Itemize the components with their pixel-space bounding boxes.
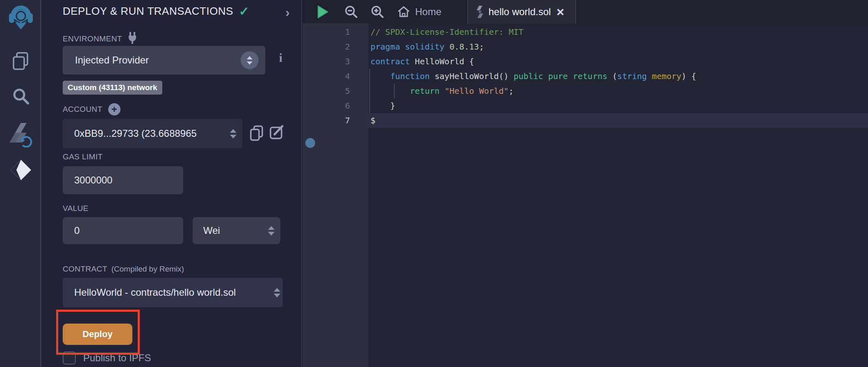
close-icon[interactable]: ×: [557, 6, 564, 18]
chevron-updown-icon: [241, 51, 259, 69]
line-number: 1: [303, 25, 350, 39]
run-script-button[interactable]: [317, 0, 329, 23]
code-line[interactable]: contract HelloWorld {: [370, 54, 868, 69]
zoom-in-button[interactable]: [371, 0, 384, 23]
contract-value: HelloWorld - contracts/hello world.sol: [74, 287, 236, 298]
zoom-in-icon: [371, 5, 384, 18]
code-line[interactable]: // SPDX-License-Identifier: MIT: [370, 25, 868, 39]
code-line[interactable]: return "Hello World";: [370, 84, 868, 98]
value-label: VALUE: [63, 204, 89, 213]
tab-label: hello world.sol: [489, 6, 551, 18]
line-number: 4: [303, 69, 350, 84]
remix-logo[interactable]: [0, 3, 41, 33]
info-icon[interactable]: i: [273, 51, 289, 65]
account-label: ACCOUNT: [63, 105, 102, 114]
home-icon: [397, 6, 410, 18]
play-icon: [317, 5, 329, 19]
line-number: 2: [303, 39, 350, 54]
line-number: 3: [303, 54, 350, 69]
deploy-run-icon[interactable]: [0, 159, 41, 181]
line-number: 6: [303, 98, 350, 113]
code-line[interactable]: $: [370, 113, 868, 128]
publish-ipfs-checkbox[interactable]: [63, 351, 76, 365]
line-number: 5: [303, 84, 350, 98]
code-line[interactable]: pragma solidity 0.8.13;: [370, 39, 868, 54]
value-unit: Wei: [203, 225, 220, 236]
tab-hello-world-sol[interactable]: hello world.sol ×: [467, 0, 576, 23]
breakpoint-dot[interactable]: [305, 138, 315, 148]
account-select[interactable]: 0xBB9...29733 (23.6688965: [63, 119, 242, 148]
collapse-chevron-icon[interactable]: ›: [285, 5, 290, 20]
tab-home[interactable]: Home: [397, 0, 441, 23]
environment-select[interactable]: Injected Provider: [63, 46, 265, 75]
remix-ide-app: DEPLOY & RUN TRANSACTIONS ✓ › ENVIRONMEN…: [0, 0, 868, 367]
code-editor[interactable]: 1234567 // SPDX-License-Identifier: MITp…: [303, 23, 868, 367]
code-line[interactable]: }: [370, 98, 868, 113]
line-number: 7: [303, 113, 350, 128]
files-icon[interactable]: [0, 51, 41, 72]
code-line[interactable]: function sayHelloWorld() public pure ret…: [370, 69, 868, 84]
plug-icon: [127, 32, 138, 46]
tab-home-label: Home: [415, 6, 441, 18]
zoom-out-button[interactable]: [345, 0, 358, 23]
panel-title: DEPLOY & RUN TRANSACTIONS: [63, 5, 233, 18]
chevron-updown-icon: [230, 129, 236, 138]
editor-tabbar: Home hello world.sol ×: [303, 0, 868, 23]
solidity-file-icon: [476, 6, 484, 18]
chevron-updown-icon: [268, 226, 275, 236]
editor: Home hello world.sol × 1234567 // SPDX-L…: [303, 0, 868, 367]
account-value: 0xBB9...29733 (23.6688965: [74, 128, 197, 139]
solidity-compiler-icon[interactable]: [0, 122, 41, 147]
environment-label-row: ENVIRONMENT: [63, 32, 138, 46]
editor-gutter[interactable]: 1234567: [303, 23, 368, 367]
copy-icon[interactable]: [250, 125, 264, 143]
search-icon[interactable]: [0, 87, 41, 106]
publish-ipfs-label: Publish to IPFS: [83, 352, 151, 364]
value-unit-select[interactable]: Wei: [193, 217, 280, 244]
deploy-button[interactable]: Deploy: [63, 324, 132, 345]
environment-value: Injected Provider: [75, 54, 149, 66]
gas-limit-input[interactable]: [63, 166, 183, 194]
publish-ipfs-row: Publish to IPFS: [63, 351, 151, 365]
compiled-check-icon: ✓: [239, 4, 249, 18]
contract-label-row: CONTRACT (Compiled by Remix): [63, 265, 184, 274]
plus-circle-icon[interactable]: +: [108, 103, 120, 116]
zoom-out-icon: [345, 5, 358, 18]
contract-select[interactable]: HelloWorld - contracts/hello world.sol: [63, 278, 283, 307]
gas-limit-label: GAS LIMIT: [63, 152, 103, 161]
code-lines[interactable]: // SPDX-License-Identifier: MITpragma so…: [368, 23, 868, 367]
activity-bar: [0, 0, 41, 367]
panel-header: DEPLOY & RUN TRANSACTIONS ✓: [63, 4, 292, 18]
contract-sublabel: (Compiled by Remix): [111, 265, 184, 274]
account-label-row: ACCOUNT +: [63, 103, 120, 116]
edit-icon[interactable]: [269, 124, 285, 141]
value-input[interactable]: [63, 217, 183, 244]
environment-label: ENVIRONMENT: [63, 34, 122, 43]
network-badge: Custom (43113) network: [63, 81, 162, 95]
contract-label: CONTRACT: [63, 265, 107, 274]
deploy-run-panel: DEPLOY & RUN TRANSACTIONS ✓ › ENVIRONMEN…: [43, 0, 302, 367]
chevron-updown-icon: [274, 288, 280, 297]
